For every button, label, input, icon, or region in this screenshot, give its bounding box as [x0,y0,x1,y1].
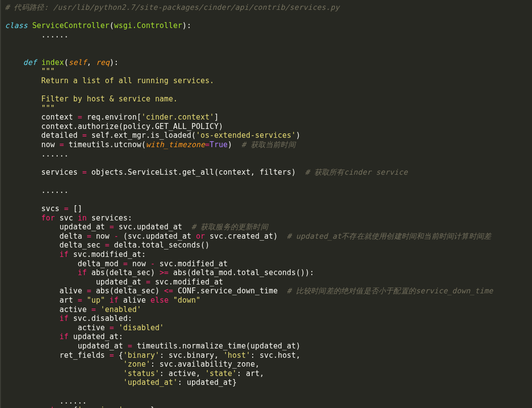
for-keyword: for [41,214,55,222]
code-text: abs(delta_mod.total_seconds()): [168,268,314,277]
function-name: index [41,58,64,67]
code-text: CONF.service_down_time [173,286,287,295]
if-keyword: if [60,314,68,323]
code-text: { [68,406,77,408]
base-class: wsgi.Controller [114,21,182,30]
code-text: [] [68,204,82,213]
paren: ( [109,21,114,30]
dict-key: 'status' [123,369,160,378]
dict-key: 'zone' [123,360,150,369]
code-text: delta.total_seconds() [109,241,209,250]
code-text: ) [296,131,300,140]
dict-key: 'services' [78,406,123,408]
code-text: updated_at [96,278,146,286]
if-keyword: if [60,332,68,341]
assign-op: = [109,351,114,360]
code-text: services [41,168,82,177]
code-text: : svc.availability_zone, [150,360,260,369]
code-text: abs(delta_sec) [87,268,160,277]
code-text: objects.ServiceList.get_all(context, fil… [87,168,305,177]
docstring-close: """ [41,104,55,113]
assign-op: = [82,131,87,140]
true-literal: True [209,140,228,149]
req-arg: req [96,58,110,67]
code-text: svc [55,214,78,222]
code-text: delta_sec [60,241,105,250]
code-text: { [114,351,123,360]
assign-op: = [109,323,114,332]
string-literal: "up" [87,296,105,305]
assign-op: = [105,241,109,250]
assign-op: = [64,204,68,213]
le-op: <= [164,286,173,295]
path-comment: # 代码路径: /usr/lib/python2.7/site-packages… [5,3,339,12]
ellipsis: ...... [60,397,87,406]
return-keyword: return [41,406,68,408]
code-text: now [41,140,60,149]
docstring-line: Return a list of all running services. [41,76,214,85]
inline-comment: # 获取当前时间 [241,140,296,149]
ellipsis: ...... [41,150,68,158]
code-text: svc.modified_at [150,278,223,286]
if-keyword: if [60,250,68,259]
docstring-line: Filter by host & service name. [41,94,178,103]
assign-op: = [60,140,64,149]
code-text: : svcs} [123,406,155,408]
inline-comment: # 比较时间差的绝对值是否小于配置的service_down_time [287,286,493,295]
assign-op: = [123,259,128,268]
assign-op: = [91,305,96,314]
code-text: active [60,305,92,314]
assign-op: = [78,296,82,305]
code-text: delta [60,232,87,241]
editor-gutter [0,0,1,408]
inline-comment: # 获取所有cinder service [305,168,408,177]
assign-op: = [109,222,114,231]
if-keyword: if [78,268,87,277]
string-literal: "down" [168,296,200,305]
code-text: abs(delta_sec) [91,286,164,295]
string-literal: 'enabled' [100,305,141,314]
dict-key: 'updated_at' [123,378,178,387]
dict-key: 'state' [205,369,237,378]
code-text: context [41,113,78,122]
self-arg: self [68,58,87,67]
code-text: now [91,232,114,241]
assign-op: = [78,113,82,122]
code-text: context.authorize(policy.GET_ALL_POLICY) [41,122,223,131]
code-text: svc.created_at) [205,232,287,241]
ge-op: >= [160,268,168,277]
code-text: alive [60,286,87,295]
code-text: art [60,296,78,305]
string-literal: 'os-extended-services' [196,131,296,140]
code-text: (svc.updated_at [119,232,196,241]
ellipsis: ...... [41,186,68,195]
in-keyword: in [78,214,87,222]
paren: ): [182,21,191,30]
if-keyword: if [109,296,118,305]
minus-op: - [150,259,155,268]
string-literal: 'cinder.context' [141,113,214,122]
code-text: : svc.host, [251,351,301,360]
code-text: delta_mod [78,259,123,268]
code-text: updated_at: [68,332,123,341]
code-text: ret_fields [60,351,110,360]
code-text: ) [228,140,241,149]
code-text: : active, [160,369,205,378]
code-text: detailed [41,131,82,140]
string-literal: 'disabled' [119,323,164,332]
assign-op: = [82,168,87,177]
class-keyword: class [5,21,28,30]
code-text: timeutils.utcnow( [64,140,146,149]
code-text: timeutils.normalize_time(updated_at) [132,342,300,350]
code-text: now [128,259,150,268]
code-editor[interactable]: # 代码路径: /usr/lib/python2.7/site-packages… [0,0,532,408]
docstring-open: """ [41,67,55,76]
ellipsis: ...... [41,31,68,39]
code-text: self.ext_mgr.is_loaded( [87,131,196,140]
code-text: : updated_at} [178,378,237,387]
code-text: : art, [237,369,264,378]
code-text: req.environ[ [82,113,141,122]
code-text: ] [214,113,219,122]
dict-key: 'binary' [123,351,160,360]
code-text: alive [119,296,151,305]
